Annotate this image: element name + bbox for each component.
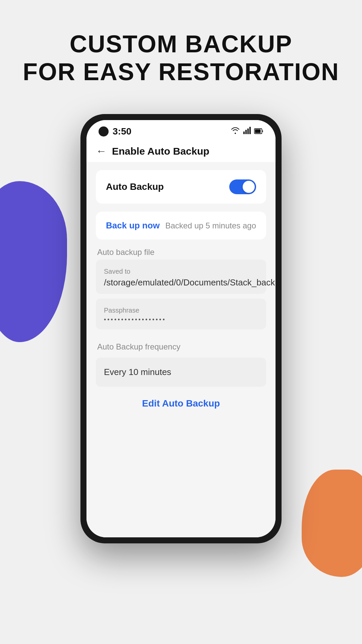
saved-to-value: /storage/emulated/0/Documents/Stack_back… <box>104 277 258 288</box>
auto-backup-toggle-card: Auto Backup <box>96 170 266 204</box>
toggle-thumb <box>243 181 255 193</box>
back-button[interactable]: ← <box>96 145 107 157</box>
app-bar-title: Enable Auto Backup <box>112 146 209 157</box>
backup-status-text: Backed up 5 minutes ago <box>165 221 256 230</box>
backup-file-section: Auto backup file Saved to /storage/emula… <box>96 248 266 334</box>
phone-frame: 3:50 <box>80 114 282 543</box>
battery-icon <box>254 127 263 136</box>
frequency-input-field: Every 10 minutes <box>96 358 266 387</box>
headline-container: CUSTOM BACKUP FOR EASY RESTORATION <box>0 30 362 86</box>
auto-backup-toggle[interactable] <box>229 179 256 194</box>
saved-to-label: Saved to <box>104 268 258 275</box>
frequency-section: Auto Backup frequency Every 10 minutes <box>96 342 266 387</box>
passphrase-field: Passphrase •••••••••••••••••• <box>96 299 266 329</box>
signal-icon <box>243 127 251 136</box>
frequency-value: Every 10 minutes <box>104 367 258 377</box>
auto-backup-label: Auto Backup <box>106 181 164 192</box>
svg-rect-3 <box>249 127 251 134</box>
saved-to-field: Saved to /storage/emulated/0/Documents/S… <box>96 260 266 294</box>
wifi-icon <box>231 127 240 136</box>
decorative-blob-blue <box>0 181 67 342</box>
backup-file-section-label: Auto backup file <box>96 248 266 257</box>
status-left: 3:50 <box>99 126 131 137</box>
backup-now-card: Back up now Backed up 5 minutes ago <box>96 212 266 239</box>
status-right <box>231 127 263 136</box>
edit-auto-backup-button[interactable]: Edit Auto Backup <box>142 398 220 409</box>
frequency-section-label: Auto Backup frequency <box>96 342 266 352</box>
status-time: 3:50 <box>113 126 131 137</box>
backup-now-button[interactable]: Back up now <box>106 220 160 231</box>
phone-screen: 3:50 <box>86 120 276 537</box>
passphrase-value: •••••••••••••••••• <box>104 316 258 323</box>
svg-rect-1 <box>245 130 247 134</box>
svg-rect-0 <box>243 131 245 134</box>
app-bar: ← Enable Auto Backup <box>86 140 276 162</box>
headline-text: CUSTOM BACKUP FOR EASY RESTORATION <box>0 30 362 86</box>
camera-dot <box>99 126 109 137</box>
svg-rect-5 <box>255 129 261 133</box>
toggle-row: Auto Backup <box>106 179 256 194</box>
passphrase-label: Passphrase <box>104 307 258 314</box>
edit-button-container: Edit Auto Backup <box>96 395 266 412</box>
status-bar: 3:50 <box>86 120 276 140</box>
content-area: Auto Backup Back up now Backed up 5 minu… <box>86 162 276 537</box>
svg-rect-2 <box>247 128 249 134</box>
decorative-blob-orange <box>302 470 362 577</box>
